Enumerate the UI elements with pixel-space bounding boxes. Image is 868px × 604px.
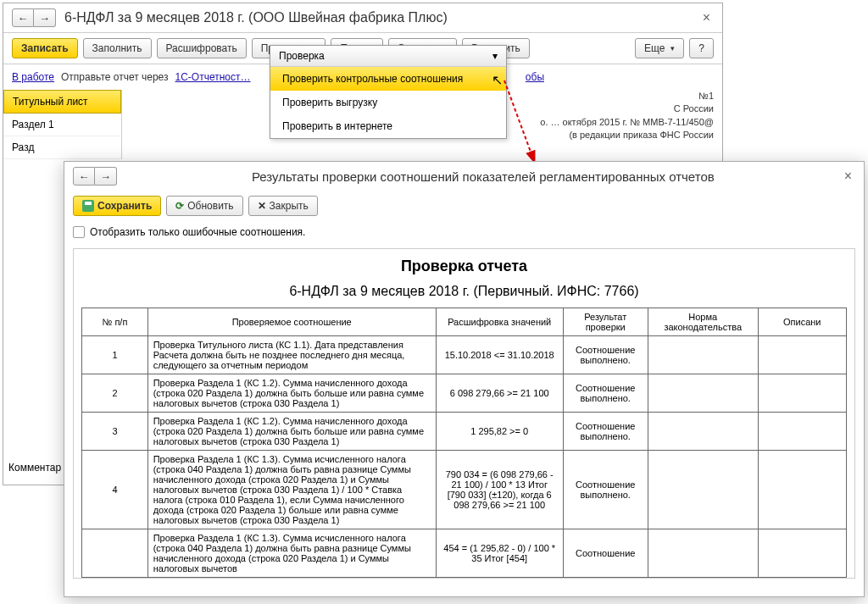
- cell-num: 2: [82, 374, 148, 413]
- nav-back-button[interactable]: ←: [73, 167, 95, 186]
- document-area[interactable]: Проверка отчета 6-НДФЛ за 9 месяцев 2018…: [73, 248, 855, 579]
- table-row: 1Проверка Титульного листа (КС 1.1). Дат…: [82, 336, 847, 374]
- col-decode: Расшифровка значений: [436, 308, 563, 336]
- menu-item-check-export[interactable]: Проверить выгрузку: [270, 91, 506, 114]
- cell-decode: 454 = (1 295,82 - 0) / 100 * 35 Итог [45…: [436, 529, 563, 578]
- cell-decode: 6 098 279,66 >= 21 100: [436, 374, 563, 413]
- cell-num: 1: [82, 336, 148, 374]
- cell-norm: [648, 413, 758, 451]
- save-label: Сохранить: [97, 200, 152, 212]
- col-num: № п/п: [82, 308, 148, 336]
- refresh-icon: ⟳: [175, 200, 184, 212]
- tab-section2[interactable]: Разд: [3, 136, 121, 159]
- save-icon: [82, 200, 94, 212]
- refresh-button[interactable]: ⟳Обновить: [166, 196, 242, 216]
- errors-only-label: Отобразить только ошибочные соотношения.: [90, 226, 305, 238]
- table-row: 4Проверка Раздела 1 (КС 1.3). Сумма исчи…: [82, 451, 847, 529]
- nav-forward-button[interactable]: →: [95, 167, 117, 186]
- nav-forward-button[interactable]: →: [34, 8, 56, 27]
- cell-check: Проверка Раздела 1 (КС 1.3). Сумма исчис…: [147, 451, 436, 529]
- cell-desc: [758, 336, 846, 374]
- table-row: Проверка Раздела 1 (КС 1.3). Сумма исчис…: [82, 529, 847, 578]
- sidebar: Титульный лист Раздел 1 Разд: [3, 90, 122, 159]
- menu-item-check-internet[interactable]: Проверить в интернете: [270, 114, 506, 138]
- check-dropdown-menu: Проверка ▾ Проверить контрольные соотнош…: [270, 45, 507, 139]
- cell-norm: [648, 336, 758, 374]
- refresh-label: Обновить: [187, 200, 233, 212]
- cell-check: Проверка Титульного листа (КС 1.1). Дата…: [147, 336, 436, 374]
- col-check: Проверяемое соотношение: [147, 308, 436, 336]
- order-l3: о. … октября 2015 г. № ММВ-7-11/450@: [540, 116, 714, 129]
- close-icon[interactable]: ×: [841, 169, 855, 184]
- table-row: 2Проверка Раздела 1 (КС 1.2). Сумма начи…: [82, 374, 847, 413]
- cell-norm: [648, 451, 758, 529]
- more-button[interactable]: Еще: [635, 38, 684, 58]
- menu-header-label: Проверка: [279, 50, 325, 62]
- status-hint: Отправьте отчет через: [61, 71, 169, 83]
- menu-item-check-ratios[interactable]: Проверить контрольные соотношения: [270, 67, 506, 91]
- cell-check: Проверка Раздела 1 (КС 1.2). Сумма начис…: [147, 374, 436, 413]
- col-norm: Норма законодательства: [648, 308, 758, 336]
- cell-result: Соотношение выполнено.: [563, 413, 648, 451]
- results-titlebar: ← → Результаты проверки соотношений пока…: [64, 162, 864, 191]
- check-table: № п/п Проверяемое соотношение Расшифровк…: [81, 308, 847, 578]
- status-link[interactable]: В работе: [12, 71, 54, 83]
- cell-desc: [758, 529, 846, 578]
- errors-only-checkbox[interactable]: [73, 226, 85, 238]
- cell-decode: 15.10.2018 <= 31.10.2018: [436, 336, 563, 374]
- menu-header: Проверка ▾: [270, 46, 506, 67]
- cell-num: 4: [82, 451, 148, 529]
- results-title: Результаты проверки соотношений показате…: [125, 169, 841, 184]
- cell-num: 3: [82, 413, 148, 451]
- comment-label: Комментар: [8, 462, 61, 474]
- close-icon[interactable]: ×: [699, 10, 714, 25]
- cell-decode: 790 034 = (6 098 279,66 - 21 100) / 100 …: [436, 451, 563, 529]
- col-desc: Описани: [758, 308, 846, 336]
- cell-check: Проверка Раздела 1 (КС 1.2). Сумма начис…: [147, 413, 436, 451]
- save-button[interactable]: Сохранить: [73, 196, 161, 216]
- cell-result: Соотношение: [563, 529, 648, 578]
- cell-decode: 1 295,82 >= 0: [436, 413, 563, 451]
- cell-desc: [758, 374, 846, 413]
- titlebar: ← → 6-НДФЛ за 9 месяцев 2018 г. (ООО Шве…: [3, 3, 722, 33]
- doc-subtitle: 6-НДФЛ за 9 месяцев 2018 г. (Первичный. …: [74, 284, 854, 308]
- order-l2: С России: [540, 103, 714, 115]
- order-l4: (в редакции приказа ФНС России: [540, 129, 714, 141]
- results-window: ← → Результаты проверки соотношений пока…: [64, 161, 865, 597]
- col-result: Результат проверки: [563, 308, 648, 336]
- cell-desc: [758, 413, 846, 451]
- fill-button[interactable]: Заполнить: [83, 38, 152, 58]
- cell-result: Соотношение выполнено.: [563, 451, 648, 529]
- window-title: 6-НДФЛ за 9 месяцев 2018 г. (ООО Швейная…: [64, 10, 699, 25]
- cell-norm: [648, 529, 758, 578]
- doc-title: Проверка отчета: [74, 249, 854, 284]
- cell-result: Соотношение выполнено.: [563, 336, 648, 374]
- cursor-icon: ↖: [492, 72, 503, 88]
- record-button[interactable]: Записать: [12, 38, 78, 58]
- close-label: Закрыть: [270, 200, 309, 212]
- cell-norm: [648, 374, 758, 413]
- table-row: 3Проверка Раздела 1 (КС 1.2). Сумма начи…: [82, 413, 847, 451]
- order-info: №1 С России о. … октября 2015 г. № ММВ-7…: [540, 90, 714, 142]
- tab-section1[interactable]: Раздел 1: [3, 114, 121, 136]
- cell-desc: [758, 451, 846, 529]
- help-button[interactable]: ?: [689, 38, 714, 58]
- filter-row: Отобразить только ошибочные соотношения.: [64, 221, 864, 243]
- close-x-icon: ✕: [258, 200, 266, 212]
- close-button[interactable]: ✕Закрыть: [248, 196, 318, 216]
- reporting-link[interactable]: 1С-Отчетност…: [175, 71, 251, 83]
- cell-num: [82, 529, 148, 578]
- nav-back-button[interactable]: ←: [12, 8, 34, 27]
- order-l1: №1: [540, 90, 714, 103]
- cell-result: Соотношение выполнено.: [563, 374, 648, 413]
- tab-title-page[interactable]: Титульный лист: [3, 90, 121, 114]
- right-link[interactable]: обы: [526, 71, 544, 83]
- decrypt-button[interactable]: Расшифровать: [157, 38, 247, 58]
- cell-check: Проверка Раздела 1 (КС 1.3). Сумма исчис…: [147, 529, 436, 578]
- results-toolbar: Сохранить ⟳Обновить ✕Закрыть: [64, 191, 864, 221]
- chevron-down-icon: ▾: [492, 50, 498, 62]
